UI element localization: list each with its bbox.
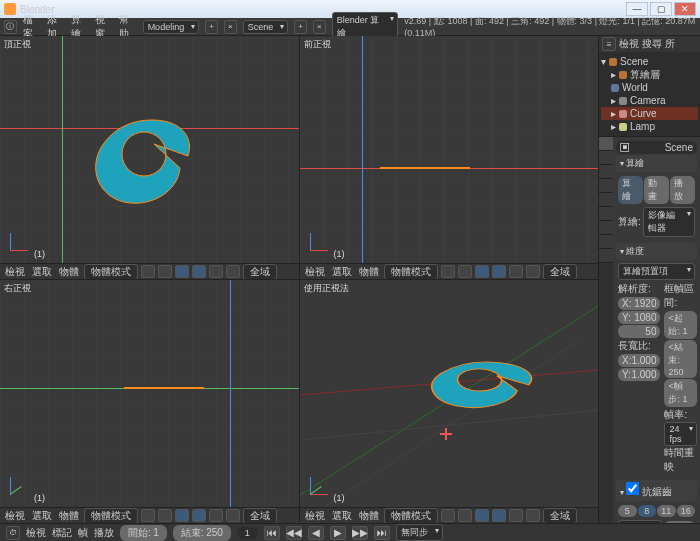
aspect-y[interactable]: Y:1.000 xyxy=(618,368,660,381)
play-button[interactable]: 播放 xyxy=(670,176,695,204)
tab-data[interactable] xyxy=(599,235,613,249)
frame-start-field[interactable]: 開始: 1 xyxy=(120,525,167,541)
tab-renderlayers[interactable] xyxy=(599,151,613,165)
pivot-icon[interactable] xyxy=(158,265,172,278)
outliner-menu-search[interactable]: 搜尋 xyxy=(642,37,662,51)
outliner-camera[interactable]: Camera xyxy=(630,94,666,107)
frame-step[interactable]: <幀步: 1 xyxy=(664,379,696,407)
tab-material[interactable] xyxy=(599,249,613,263)
aa-16[interactable]: 16 xyxy=(677,505,696,517)
manipulator-icon[interactable] xyxy=(475,265,489,278)
vp-menu-object[interactable]: 物體 xyxy=(357,509,381,523)
scene-dropdown[interactable]: Scene xyxy=(243,20,289,34)
pivot-icon[interactable] xyxy=(458,509,472,522)
rotate-icon[interactable] xyxy=(509,509,523,522)
vp-menu-object[interactable]: 物體 xyxy=(357,265,381,279)
rotate-icon[interactable] xyxy=(209,265,223,278)
manipulator-icon[interactable] xyxy=(175,265,189,278)
aa-8[interactable]: 8 xyxy=(638,505,657,517)
res-pct[interactable]: 50 xyxy=(618,325,660,338)
display-dropdown[interactable]: 影像編輯器 xyxy=(643,207,695,237)
curve-object[interactable] xyxy=(420,352,560,432)
scale-icon[interactable] xyxy=(526,265,540,278)
prev-key-button[interactable]: ◀◀ xyxy=(286,526,302,540)
res-y[interactable]: Y:1080 xyxy=(618,311,660,324)
scale-icon[interactable] xyxy=(226,265,240,278)
orientation-dropdown[interactable]: 全域 xyxy=(543,508,577,524)
layout-dropdown[interactable]: Modeling xyxy=(143,20,200,34)
minimize-button[interactable]: — xyxy=(626,2,648,16)
editor-type-icon[interactable]: ≡ xyxy=(602,37,616,51)
shading-icon[interactable] xyxy=(141,265,155,278)
outliner-tree[interactable]: ▾Scene ▸算繪層 World ▸Camera ▸Curve ▸Lamp xyxy=(599,52,700,137)
aspect-x[interactable]: X:1.000 xyxy=(618,354,660,367)
manipulator-icon[interactable] xyxy=(175,509,189,522)
render-button[interactable]: 算繪 xyxy=(618,176,643,204)
translate-icon[interactable] xyxy=(192,265,206,278)
translate-icon[interactable] xyxy=(492,509,506,522)
mode-dropdown[interactable]: 物體模式 xyxy=(384,264,438,280)
outliner-curve[interactable]: Curve xyxy=(630,107,657,120)
3d-cursor[interactable] xyxy=(440,428,452,440)
vp-menu-select[interactable]: 選取 xyxy=(30,509,54,523)
viewport-top[interactable]: 頂正視 (1) 檢視 選取 物體 物體模式 全域 xyxy=(0,36,299,279)
manipulator-icon[interactable] xyxy=(475,509,489,522)
vp-menu-view[interactable]: 檢視 xyxy=(303,509,327,523)
viewport-right[interactable]: 右正視 (1) 檢視 選取 物體 物體模式 全域 xyxy=(0,280,299,523)
play-rev-button[interactable]: ◀ xyxy=(308,526,324,540)
tl-menu-frame[interactable]: 幀 xyxy=(78,526,88,540)
vp-menu-object[interactable]: 物體 xyxy=(57,509,81,523)
anim-button[interactable]: 動畫 xyxy=(644,176,669,204)
viewport-user[interactable]: 使用正視法 (1) 檢視 選取 物體 物體模式 全域 xyxy=(300,280,599,523)
outliner-lamp[interactable]: Lamp xyxy=(630,120,655,133)
tl-menu-marker[interactable]: 標記 xyxy=(52,526,72,540)
aa-filter-dropdown[interactable]: 米歇爾-內 xyxy=(618,520,662,523)
orientation-dropdown[interactable]: 全域 xyxy=(243,508,277,524)
panel-render-header[interactable]: 算繪 xyxy=(616,155,697,172)
jump-end-button[interactable]: ⏭ xyxy=(374,526,390,540)
frame-start[interactable]: <起始: 1 xyxy=(664,311,696,339)
scene-name[interactable]: Scene xyxy=(665,142,693,153)
dimensions-preset[interactable]: 算繪預置項 xyxy=(618,263,695,280)
vp-menu-view[interactable]: 檢視 xyxy=(303,265,327,279)
translate-icon[interactable] xyxy=(492,265,506,278)
tab-object[interactable] xyxy=(599,193,613,207)
vp-menu-object[interactable]: 物體 xyxy=(57,265,81,279)
tl-menu-playback[interactable]: 播放 xyxy=(94,526,114,540)
scale-icon[interactable] xyxy=(226,509,240,522)
layout-del-button[interactable]: × xyxy=(224,20,237,34)
outliner-scene[interactable]: Scene xyxy=(620,55,648,68)
scale-icon[interactable] xyxy=(526,509,540,522)
aa-11[interactable]: 11 xyxy=(657,505,676,517)
vp-menu-select[interactable]: 選取 xyxy=(330,265,354,279)
aa-size[interactable]: 1.00 xyxy=(664,521,696,523)
pivot-icon[interactable] xyxy=(458,265,472,278)
outliner-menu-all[interactable]: 所 xyxy=(665,37,675,51)
aa-checkbox[interactable] xyxy=(626,482,639,495)
close-button[interactable]: ✕ xyxy=(674,2,696,16)
tab-constraints[interactable] xyxy=(599,207,613,221)
orientation-dropdown[interactable]: 全域 xyxy=(543,264,577,280)
panel-aa-header[interactable]: 抗鋸齒 xyxy=(616,480,697,501)
jump-start-button[interactable]: ⏮ xyxy=(264,526,280,540)
info-icon[interactable]: ⓘ xyxy=(4,20,17,34)
shading-icon[interactable] xyxy=(441,265,455,278)
outliner-renderlayers[interactable]: 算繪層 xyxy=(630,68,660,81)
translate-icon[interactable] xyxy=(192,509,206,522)
sync-dropdown[interactable]: 無同步 xyxy=(396,524,443,541)
shading-icon[interactable] xyxy=(441,509,455,522)
rotate-icon[interactable] xyxy=(509,265,523,278)
vp-menu-select[interactable]: 選取 xyxy=(30,265,54,279)
aa-5[interactable]: 5 xyxy=(618,505,637,517)
outliner-world[interactable]: World xyxy=(622,81,648,94)
tab-scene[interactable] xyxy=(599,165,613,179)
play-button[interactable]: ▶ xyxy=(330,526,346,540)
curve-edge[interactable] xyxy=(380,167,470,169)
mode-dropdown[interactable]: 物體模式 xyxy=(384,508,438,524)
curve-edge[interactable] xyxy=(124,387,204,389)
shading-icon[interactable] xyxy=(141,509,155,522)
next-key-button[interactable]: ▶▶ xyxy=(352,526,368,540)
maximize-button[interactable]: ▢ xyxy=(650,2,672,16)
pivot-icon[interactable] xyxy=(158,509,172,522)
viewport-front[interactable]: 前正視 (1) 檢視 選取 物體 物體模式 全域 xyxy=(300,36,599,279)
